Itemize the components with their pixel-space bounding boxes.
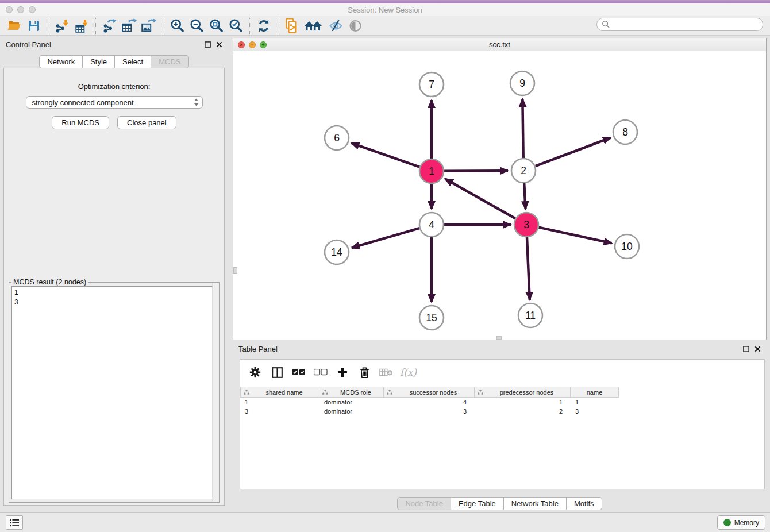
eye-slash-icon <box>328 19 344 33</box>
chevron-up-down-icon <box>194 98 199 106</box>
close-panel-button[interactable]: Close panel <box>117 116 176 129</box>
graph-edge-2-3[interactable] <box>524 183 525 209</box>
tab-edge-table[interactable]: Edge Table <box>451 497 504 510</box>
search-input[interactable] <box>613 21 758 29</box>
first-neighbors-button[interactable] <box>302 17 326 34</box>
mcds-result-group: MCDS result (2 nodes) 1 3 <box>9 282 220 503</box>
tab-network-table[interactable]: Network Table <box>504 497 567 510</box>
graph-node-6[interactable]: 6 <box>325 126 349 150</box>
memory-button[interactable]: Memory <box>717 515 765 530</box>
toolbar-separator <box>278 18 278 34</box>
network-close-button[interactable]: × <box>238 41 245 48</box>
graph-node-7[interactable]: 7 <box>419 72 444 97</box>
zoom-out-icon <box>189 18 205 33</box>
graph-node-4[interactable]: 4 <box>419 213 444 237</box>
close-panel-icon[interactable] <box>216 41 222 48</box>
export-network-button[interactable] <box>100 17 120 34</box>
split-pane-icon <box>271 367 283 379</box>
import-network-button[interactable] <box>52 17 72 34</box>
graph-node-14[interactable]: 14 <box>325 240 349 264</box>
close-window-button[interactable] <box>6 6 13 13</box>
column-header-name[interactable]: name <box>571 387 619 398</box>
node-table: shared nameMCDS rolesuccessor nodesprede… <box>240 387 764 416</box>
zoom-fit-button[interactable] <box>206 17 226 34</box>
window-title: Session: New Session <box>0 6 770 14</box>
import-network-icon <box>55 18 70 33</box>
table-row[interactable]: 1dominator411 <box>240 398 764 407</box>
tab-motifs[interactable]: Motifs <box>567 497 602 510</box>
memory-status-icon <box>723 519 731 526</box>
cell-shared-name: 3 <box>240 407 319 416</box>
tab-node-table[interactable]: Node Table <box>397 497 451 510</box>
mcds-result-text[interactable]: 1 3 <box>11 286 217 499</box>
table-panel: Table Panel <box>233 342 767 510</box>
export-image-button[interactable] <box>139 17 159 34</box>
zoom-fit-icon <box>209 18 224 33</box>
graph-node-3[interactable]: 3 <box>514 213 538 237</box>
export-table-button[interactable] <box>120 17 139 34</box>
graph-edge-3-1[interactable] <box>445 179 515 218</box>
network-maximize-button[interactable]: + <box>260 41 267 48</box>
select-all-columns-button[interactable] <box>291 365 307 380</box>
function-builder-button[interactable]: f(x) <box>400 365 417 380</box>
graph-edge-3-11[interactable] <box>527 237 530 300</box>
criterion-dropdown[interactable]: strongly connected component <box>26 96 203 109</box>
graph-node-1[interactable]: 1 <box>419 159 444 183</box>
float-panel-icon[interactable] <box>205 41 211 48</box>
hierarchy-icon <box>243 389 250 396</box>
delete-table-button[interactable] <box>378 365 394 380</box>
network-canvas[interactable]: 7968124314101511 <box>233 52 766 340</box>
unselect-all-columns-button[interactable] <box>313 365 329 380</box>
import-table-button[interactable] <box>72 17 91 34</box>
tab-style[interactable]: Style <box>83 55 115 68</box>
vertical-scroll-grip[interactable] <box>233 267 237 274</box>
table-settings-button[interactable] <box>247 365 263 380</box>
zoom-window-button[interactable] <box>29 6 36 13</box>
network-window-titlebar[interactable]: × − + scc.txt <box>233 38 766 51</box>
window-controls <box>6 6 36 13</box>
table-row[interactable]: 3dominator323 <box>240 407 764 416</box>
graph-edge-3-10[interactable] <box>538 228 611 244</box>
show-all-button[interactable] <box>345 17 365 34</box>
tab-mcds[interactable]: MCDS <box>151 55 188 68</box>
save-session-button[interactable] <box>24 17 44 34</box>
graph-node-8[interactable]: 8 <box>613 120 637 144</box>
column-header-successor-nodes[interactable]: successor nodes <box>384 387 475 398</box>
apply-layout-button[interactable] <box>254 17 274 34</box>
control-panel: Control Panel NetworkStyleSelectMCDS Opt… <box>0 38 228 509</box>
graph-node-2[interactable]: 2 <box>511 159 536 183</box>
new-network-from-selection-button[interactable] <box>282 17 302 34</box>
graph-node-10[interactable]: 10 <box>615 234 639 259</box>
result-scrollbar[interactable] <box>212 283 218 502</box>
network-minimize-button[interactable]: − <box>249 41 256 48</box>
graph-edge-2-9[interactable] <box>522 99 523 158</box>
close-panel-icon[interactable] <box>754 346 761 352</box>
graph-edge-2-8[interactable] <box>536 138 611 167</box>
open-session-button[interactable] <box>5 17 24 34</box>
graph-node-9[interactable]: 9 <box>510 71 534 95</box>
create-column-button[interactable] <box>334 365 351 380</box>
graph-edge-1-6[interactable] <box>351 143 419 167</box>
horizontal-scroll-grip[interactable] <box>496 336 502 340</box>
float-panel-icon[interactable] <box>743 346 749 352</box>
graph-node-11[interactable]: 11 <box>518 303 542 327</box>
column-header-shared-name[interactable]: shared name <box>240 387 319 398</box>
zoom-out-button[interactable] <box>187 17 206 34</box>
tab-select[interactable]: Select <box>115 55 151 68</box>
graph-edge-4-14[interactable] <box>352 228 419 248</box>
mcds-panel: Optimization criterion: strongly connect… <box>3 68 225 506</box>
tab-network[interactable]: Network <box>39 55 83 68</box>
graph-node-15[interactable]: 15 <box>419 306 444 330</box>
minimize-window-button[interactable] <box>17 6 24 13</box>
run-mcds-button[interactable]: Run MCDS <box>52 116 109 129</box>
column-header-mcds-role[interactable]: MCDS role <box>319 387 384 398</box>
hide-selected-button[interactable] <box>326 17 345 34</box>
delete-column-button[interactable] <box>356 365 372 380</box>
zoom-selected-button[interactable] <box>226 17 245 34</box>
show-log-button[interactable] <box>6 515 23 530</box>
control-panel-title: Control Panel <box>6 40 205 49</box>
graph-edge-1-2[interactable] <box>444 171 508 171</box>
zoom-in-button[interactable] <box>167 17 187 34</box>
toggle-panel-split-button[interactable] <box>269 365 285 380</box>
column-header-predecessor-nodes[interactable]: predecessor nodes <box>475 387 571 398</box>
